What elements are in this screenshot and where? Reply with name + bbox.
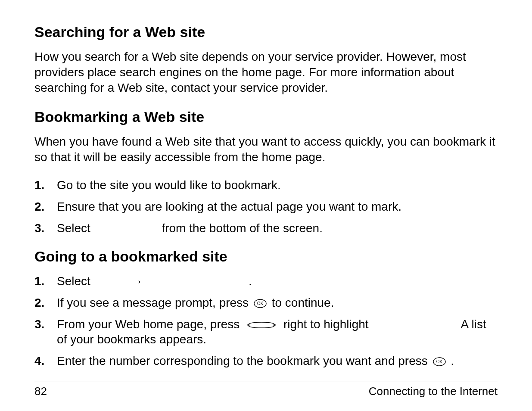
page-content: Searching for a Web site How you search … bbox=[34, 24, 498, 382]
heading-searching: Searching for a Web site bbox=[34, 24, 498, 40]
manual-page: Searching for a Web site How you search … bbox=[0, 0, 532, 411]
step-number: 1. bbox=[34, 274, 57, 289]
step-text-part: from the bottom of the screen. bbox=[162, 221, 323, 235]
step-number: 4. bbox=[34, 353, 57, 369]
svg-text:OK: OK bbox=[436, 359, 442, 364]
steps-bookmarking: 1. Go to the site you would like to book… bbox=[34, 177, 498, 236]
heading-going-bookmarked: Going to a bookmarked site bbox=[34, 248, 498, 265]
paragraph-bookmarking-intro: When you have found a Web site that you … bbox=[34, 134, 498, 165]
step-text-part: . bbox=[249, 274, 252, 288]
list-item: 1. Go to the site you would like to book… bbox=[34, 177, 498, 193]
heading-bookmarking: Bookmarking a Web site bbox=[34, 109, 498, 125]
step-text-part: If you see a message prompt, press bbox=[57, 296, 252, 309]
step-text: Go to the site you would like to bookmar… bbox=[57, 177, 498, 193]
svg-text:OK: OK bbox=[257, 301, 264, 306]
ok-button-icon: OK bbox=[433, 357, 446, 366]
list-item: 3. From your Web home page, press right … bbox=[34, 317, 498, 348]
step-text: Ensure that you are looking at the actua… bbox=[57, 199, 498, 215]
ok-button-icon: OK bbox=[254, 299, 267, 308]
step-text-part: . bbox=[451, 354, 454, 367]
list-item: 2. Ensure that you are looking at the ac… bbox=[34, 199, 498, 215]
step-text-part: Select bbox=[57, 221, 94, 235]
step-text: From your Web home page, press right to … bbox=[57, 317, 498, 348]
arrow-right-icon: → bbox=[131, 275, 143, 288]
step-text: If you see a message prompt, press OK to… bbox=[57, 295, 498, 311]
step-text: Select → . bbox=[57, 274, 498, 289]
step-text-part: Enter the number corresponding to the bo… bbox=[57, 354, 431, 367]
step-text-part: Select bbox=[57, 274, 94, 288]
list-item: 4. Enter the number corresponding to the… bbox=[34, 353, 498, 369]
step-number: 2. bbox=[34, 295, 57, 311]
paragraph-searching: How you search for a Web site depends on… bbox=[34, 49, 498, 95]
step-text: Enter the number corresponding to the bo… bbox=[57, 353, 498, 369]
step-number: 2. bbox=[34, 199, 57, 215]
list-item: 3. Select from the bottom of the screen. bbox=[34, 221, 498, 236]
step-text: Select from the bottom of the screen. bbox=[57, 221, 498, 236]
chapter-title: Connecting to the Internet bbox=[369, 385, 498, 398]
step-text-part: to continue. bbox=[272, 296, 334, 309]
steps-going-bookmarked: 1. Select → . 2. If you see a message pr… bbox=[34, 274, 498, 369]
step-number: 1. bbox=[34, 177, 57, 193]
step-number: 3. bbox=[34, 221, 57, 236]
list-item: 2. If you see a message prompt, press OK… bbox=[34, 295, 498, 311]
list-item: 1. Select → . bbox=[34, 274, 498, 289]
page-number: 82 bbox=[34, 385, 47, 398]
step-number: 3. bbox=[34, 317, 57, 332]
page-footer: 82 Connecting to the Internet bbox=[34, 382, 498, 398]
step-text-part: right to highlight bbox=[283, 318, 372, 331]
step-text-part: From your Web home page, press bbox=[57, 318, 243, 331]
scroll-key-icon bbox=[245, 321, 278, 330]
